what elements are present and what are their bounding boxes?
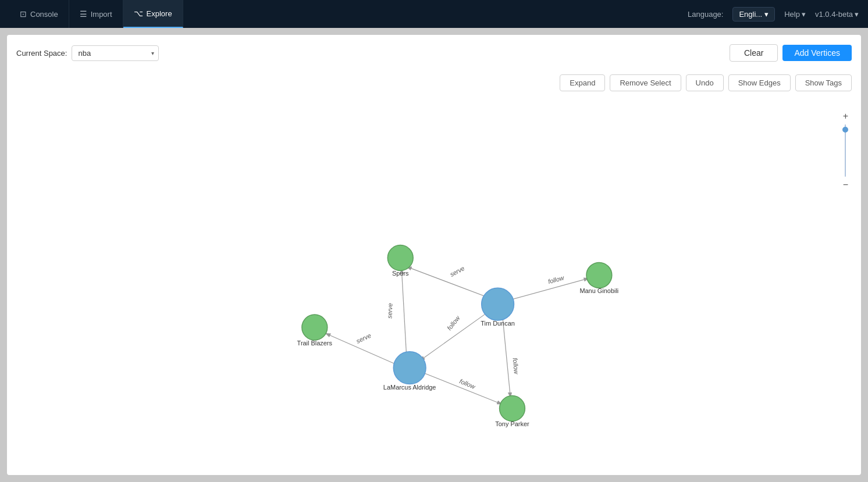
show-tags-button[interactable]: Show Tags xyxy=(795,74,852,91)
label-tim-duncan: Tim Duncan xyxy=(481,320,515,327)
chevron-down-icon: ▾ xyxy=(764,10,769,19)
show-edges-button[interactable]: Show Edges xyxy=(728,74,791,91)
node-trail-blazers[interactable] xyxy=(302,315,328,340)
console-label: Console xyxy=(30,10,58,19)
top-navigation: ⊡ Console ☰ Import ⌥ Explore Language: E… xyxy=(0,0,868,28)
tab-console[interactable]: ⊡ Console xyxy=(9,0,69,28)
space-select[interactable]: nba xyxy=(72,45,159,61)
zoom-controls: + − xyxy=(842,110,849,191)
help-chevron-icon: ▾ xyxy=(802,10,806,19)
clear-button[interactable]: Clear xyxy=(730,44,778,62)
explore-label: Explore xyxy=(147,9,172,18)
help-button[interactable]: Help ▾ xyxy=(784,10,806,19)
graph-canvas: Current Space: nba ▾ Clear Add Vertices … xyxy=(7,35,861,475)
graph-visualization: serve serve serve follow follow follow f… xyxy=(7,35,861,475)
expand-button[interactable]: Expand xyxy=(560,74,605,91)
tab-import[interactable]: ☰ Import xyxy=(69,0,123,28)
version-chevron-icon: ▾ xyxy=(855,10,859,19)
import-label: Import xyxy=(91,10,112,19)
remove-select-button[interactable]: Remove Select xyxy=(610,74,681,91)
current-space-label: Current Space: xyxy=(16,49,67,58)
edge-label-serve-3: serve xyxy=(355,332,372,345)
label-trail-blazers: Trail Blazers xyxy=(297,340,333,347)
label-manu-ginobili: Manu Ginobili xyxy=(579,287,618,294)
import-icon: ☰ xyxy=(80,9,87,19)
edge-label-follow-3: follow xyxy=(511,358,520,375)
main-wrapper: Current Space: nba ▾ Clear Add Vertices … xyxy=(0,28,868,482)
toolbar-right: Clear Add Vertices xyxy=(730,44,852,62)
node-lamarcus-aldridge[interactable] xyxy=(393,352,426,384)
undo-button[interactable]: Undo xyxy=(686,74,724,91)
toolbar-second: Expand Remove Select Undo Show Edges Sho… xyxy=(560,74,852,91)
zoom-out-button[interactable]: − xyxy=(842,179,849,191)
console-icon: ⊡ xyxy=(20,9,27,19)
nav-right-section: Language: Engli... ▾ Help ▾ v1.0.4-beta … xyxy=(688,7,859,22)
language-value: Engli... xyxy=(739,10,762,19)
label-tony-parker: Tony Parker xyxy=(495,420,529,427)
node-spurs[interactable] xyxy=(387,245,413,271)
edge-label-follow-1: follow xyxy=(547,274,565,285)
label-lamarcus-aldridge: LaMarcus Aldridge xyxy=(383,384,436,391)
node-tony-parker[interactable] xyxy=(500,396,525,422)
version-button[interactable]: v1.0.4-beta ▾ xyxy=(815,10,859,19)
node-manu-ginobili[interactable] xyxy=(586,262,612,288)
edge-lamarcus-spurs xyxy=(401,268,407,360)
edge-label-follow-4: follow xyxy=(458,377,476,390)
version-label: v1.0.4-beta xyxy=(815,10,853,19)
zoom-in-button[interactable]: + xyxy=(842,110,849,122)
help-label: Help xyxy=(784,10,800,19)
edge-label-serve-2: serve xyxy=(386,303,393,319)
edge-tim-tony xyxy=(503,315,511,398)
edge-label-serve-1: serve xyxy=(449,265,465,278)
language-dropdown[interactable]: Engli... ▾ xyxy=(732,7,775,22)
zoom-thumb xyxy=(842,127,848,133)
space-select-wrapper: nba ▾ xyxy=(72,45,159,61)
label-spurs: Spurs xyxy=(392,270,409,277)
edge-label-follow-2: follow xyxy=(446,314,461,331)
zoom-track[interactable] xyxy=(845,124,846,177)
toolbar-top: Current Space: nba ▾ Clear Add Vertices xyxy=(16,44,852,62)
tab-explore[interactable]: ⌥ Explore xyxy=(123,0,183,28)
add-vertices-button[interactable]: Add Vertices xyxy=(782,45,852,61)
language-label: Language: xyxy=(688,10,723,19)
explore-icon: ⌥ xyxy=(134,9,143,18)
node-tim-duncan[interactable] xyxy=(482,288,514,320)
